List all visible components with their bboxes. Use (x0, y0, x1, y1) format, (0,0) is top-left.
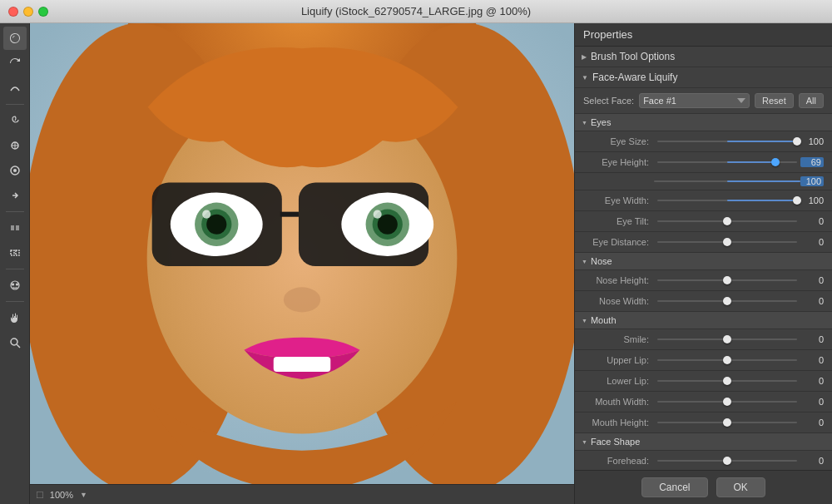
reset-button[interactable]: Reset (755, 93, 794, 108)
eye-distance-thumb[interactable] (723, 238, 731, 246)
svg-point-8 (12, 284, 13, 285)
cancel-button[interactable]: Cancel (641, 477, 707, 497)
bloat-tool-button[interactable] (3, 159, 27, 182)
toolbar-separator-4 (6, 301, 24, 302)
thaw-mask-button[interactable] (3, 241, 27, 264)
eye-height-slider[interactable] (657, 156, 797, 169)
select-face-row: Select Face: Face #1 Reset All (575, 88, 832, 114)
zoom-arrow-icon[interactable]: ▼ (80, 491, 87, 499)
face-aware-label: Face-Aware Liquify (592, 72, 678, 83)
upper-lip-row: Upper Lip: 0 (575, 350, 832, 371)
close-button[interactable] (8, 7, 18, 17)
lower-lip-thumb[interactable] (723, 377, 731, 385)
eyes-section-header[interactable]: ▼ Eyes (575, 114, 832, 131)
svg-point-23 (206, 215, 226, 235)
all-button[interactable]: All (799, 93, 824, 108)
svg-rect-5 (11, 250, 14, 255)
brush-tool-options-header[interactable]: ▶ Brush Tool Options (575, 47, 832, 67)
forehead-thumb[interactable] (723, 457, 731, 465)
mouth-height-slider[interactable] (657, 416, 797, 429)
mouth-height-value: 0 (800, 418, 824, 427)
canvas-status-bar: □ 100% ▼ (30, 484, 574, 504)
eyes-label: Eyes (591, 117, 611, 127)
eye-tilt-thumb[interactable] (723, 217, 731, 225)
face-tool-button[interactable] (3, 274, 27, 297)
maximize-button[interactable] (38, 7, 48, 17)
svg-rect-31 (274, 357, 330, 372)
nose-width-thumb[interactable] (723, 297, 731, 305)
nose-width-row: Nose Width: 0 (575, 291, 832, 312)
forehead-label: Forehead: (583, 456, 654, 466)
nose-section-header[interactable]: ▼ Nose (575, 253, 832, 270)
eye-width-thumb[interactable] (793, 196, 801, 205)
face-aware-liquify-header[interactable]: ▼ Face-Aware Liquify (575, 67, 832, 88)
nose-height-value: 0 (800, 275, 824, 285)
forehead-slider[interactable] (657, 454, 797, 467)
eye-tilt-value: 0 (800, 216, 824, 226)
svg-point-30 (284, 287, 320, 312)
eye-height-thumb[interactable] (771, 158, 780, 166)
smooth-tool-button[interactable] (3, 77, 27, 100)
eye-distance-row: Eye Distance: 0 (575, 232, 832, 253)
eye-tilt-slider[interactable] (657, 215, 797, 228)
nose-height-thumb[interactable] (723, 276, 731, 284)
lower-lip-slider[interactable] (657, 374, 797, 388)
eye-size-slider[interactable] (657, 135, 797, 148)
ok-button[interactable]: OK (716, 477, 765, 497)
eye-width-value: 100 (800, 195, 824, 205)
nose-width-label: Nose Width: (583, 296, 654, 306)
smile-thumb[interactable] (723, 335, 731, 343)
freeze-mask-button[interactable] (3, 216, 27, 240)
toolbar-separator-3 (6, 269, 24, 269)
twirl-tool-button[interactable] (3, 109, 27, 132)
eye-height-value: 69 (800, 157, 824, 167)
svg-point-4 (13, 169, 17, 172)
push-left-tool-button[interactable] (3, 184, 27, 207)
panel-header: Properties (575, 23, 832, 47)
reconstruct-tool-button[interactable] (3, 52, 27, 75)
zoom-tool-button[interactable] (3, 331, 27, 354)
mouth-section-header[interactable]: ▼ Mouth (575, 312, 832, 329)
mouth-width-slider[interactable] (657, 395, 797, 408)
upper-lip-thumb[interactable] (723, 356, 731, 364)
eye-size-thumb[interactable] (793, 137, 801, 146)
window-controls (8, 7, 48, 17)
lower-lip-value: 0 (800, 376, 824, 386)
face-shape-label: Face Shape (591, 437, 640, 447)
nose-width-slider[interactable] (657, 294, 797, 308)
minimize-button[interactable] (23, 7, 33, 17)
lower-lip-row: Lower Lip: 0 (575, 371, 832, 392)
svg-rect-6 (16, 250, 19, 255)
canvas-image[interactable] (30, 23, 574, 484)
face-select-dropdown[interactable]: Face #1 (639, 93, 750, 108)
panel-scroll-area[interactable]: ▶ Brush Tool Options ▼ Face-Aware Liquif… (575, 47, 832, 470)
mouth-width-row: Mouth Width: 0 (575, 392, 832, 413)
hand-tool-button[interactable] (3, 306, 27, 329)
svg-line-11 (17, 344, 20, 348)
face-shape-section-header[interactable]: ▼ Face Shape (575, 433, 832, 451)
svg-point-28 (378, 215, 398, 235)
face-shape-triangle-icon: ▼ (582, 439, 587, 445)
upper-lip-slider[interactable] (657, 353, 797, 367)
select-face-label: Select Face: (583, 96, 634, 106)
mouth-triangle-icon: ▼ (582, 318, 587, 324)
pucker-tool-button[interactable] (3, 134, 27, 157)
toolbar-separator-1 (6, 104, 24, 105)
mouth-height-thumb[interactable] (723, 418, 731, 427)
mouth-width-thumb[interactable] (723, 398, 731, 406)
canvas-info-icon: □ (37, 488, 43, 501)
upper-lip-value: 0 (800, 355, 824, 365)
nose-label: Nose (591, 256, 612, 266)
warp-tool-button[interactable] (3, 27, 27, 50)
eye-width-slider[interactable] (657, 194, 797, 207)
nose-triangle-icon: ▼ (582, 259, 587, 264)
nose-height-slider[interactable] (657, 274, 797, 287)
eye-tilt-label: Eye Tilt: (583, 216, 654, 226)
nose-height-label: Nose Height: (583, 275, 654, 285)
smile-slider[interactable] (657, 333, 797, 346)
eye-tilt-row: Eye Tilt: 0 (575, 211, 832, 232)
canvas-doc-info: □ (37, 488, 43, 501)
eyes-sliders-group: Eye Size: 100 Eye Height: (575, 131, 832, 253)
eye-distance-slider[interactable] (657, 235, 797, 249)
panel-footer: Cancel OK (575, 470, 832, 504)
